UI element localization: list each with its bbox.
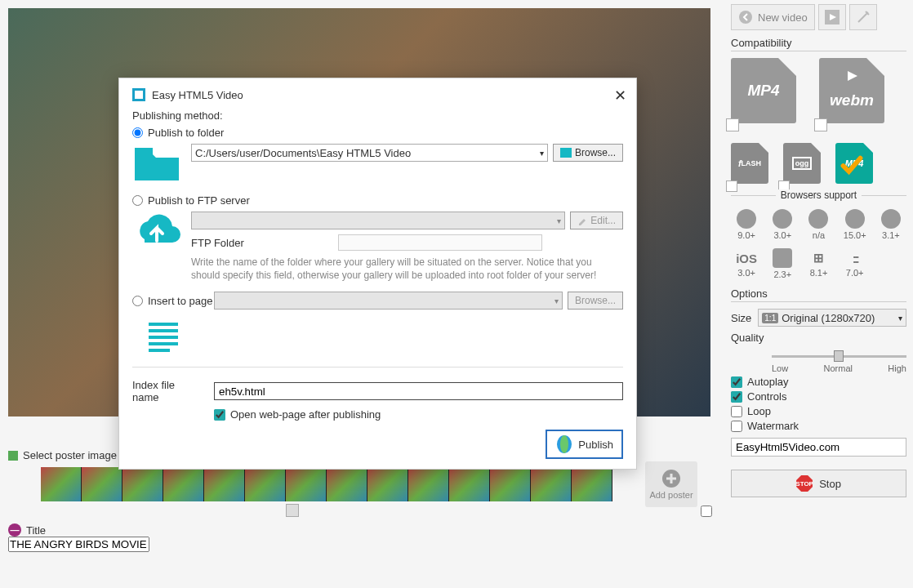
ftp-folder-input [338,234,542,251]
size-ratio-badge: 1:1 [762,313,778,323]
ftp-hint: Write the name of the folder where your … [191,256,623,282]
select-poster-label: Select poster image [23,449,117,461]
browse-page-button: Browse... [568,292,623,310]
svg-point-11 [560,435,568,453]
svg-rect-2 [135,91,143,99]
svg-point-12 [739,11,752,24]
format-mp4-checkbox[interactable] [726,118,739,131]
watermark-checkbox[interactable]: Watermark [731,420,906,432]
blackberry-icon: ::: [840,248,871,268]
publishing-method-label: Publishing method: [132,109,623,122]
index-file-label: Index file name [132,379,204,403]
radio-insert-page[interactable]: Insert to page [132,295,213,307]
dialog-title: Easy HTML5 Video [152,89,243,101]
safari-icon [808,209,828,229]
chevron-down-icon: ▾ [557,216,561,225]
opera-icon [845,209,865,229]
format-mp4low[interactable]: MP4 [835,143,873,189]
folder-icon [132,144,181,185]
browsers-heading: Browsers support [731,195,906,209]
pencil-icon [577,216,587,225]
wand-icon [856,10,871,24]
stop-button[interactable]: STOP Stop [731,470,906,497]
new-video-button[interactable]: New video [731,4,815,30]
app-icon [132,88,145,101]
browser-support-grid: 9.0+ 3.0+ n/a 15.0+ 3.1+ iOS3.0+ 2.3+ ⊞8… [731,209,906,279]
generic-browser-icon [881,209,901,229]
film-play-icon [825,10,840,24]
chevron-down-icon[interactable]: ▾ [540,149,544,158]
publish-button[interactable]: Publish [546,430,623,459]
options-heading: Options [731,287,906,302]
browse-folder-button[interactable]: Browse... [553,144,623,162]
publish-dialog: Easy HTML5 Video ✕ Publishing method: Pu… [118,78,637,470]
android-icon [773,248,792,268]
ftp-server-combo: ▾ [191,212,565,229]
edit-button[interactable] [849,4,877,30]
format-ogg[interactable]: ogg [783,143,821,189]
close-icon[interactable]: ✕ [614,87,626,105]
add-poster-label: Add poster [649,490,693,500]
insert-page-combo: ▾ [214,292,563,310]
format-flash-checkbox[interactable] [726,180,737,192]
title-input[interactable] [8,537,149,552]
folder-small-icon [560,148,572,158]
svg-rect-4 [560,148,572,158]
format-webm[interactable]: webm [819,58,884,128]
arrow-left-icon [738,10,753,24]
chrome-icon [773,209,792,229]
remove-title-icon[interactable]: — [8,523,21,537]
open-after-checkbox[interactable]: Open web-page after publishing [214,408,623,421]
poster-slider-thumb[interactable] [286,504,299,517]
poster-slider[interactable] [41,507,621,515]
play-icon [845,69,858,82]
autoplay-checkbox[interactable]: Autoplay [731,376,906,388]
quality-slider[interactable] [772,349,906,363]
format-flash[interactable]: fLASH [731,143,768,189]
stop-icon: STOP [796,475,813,492]
size-label: Size [731,312,751,324]
radio-publish-folder[interactable]: Publish to folder [132,127,623,139]
quality-label: Quality [731,332,764,344]
chevron-down-icon[interactable]: ▾ [898,314,902,323]
chevron-down-icon: ▾ [554,296,559,305]
poster-thumbnails[interactable] [41,467,612,501]
loop-checkbox[interactable]: Loop [731,405,906,417]
folder-path-combo[interactable]: C:/Users/user/Documents\Easy HTML5 Video… [191,144,548,162]
poster-toggle[interactable] [701,506,712,517]
compatibility-heading: Compatibility [731,37,906,51]
edit-ftp-button: Edit... [570,212,623,229]
quality-thumb[interactable] [834,350,844,362]
add-poster-button[interactable]: Add poster [645,461,697,507]
controls-checkbox[interactable]: Controls [731,390,906,403]
format-webm-checkbox[interactable] [814,118,827,131]
title-label: Title [26,524,46,537]
page-lines-icon [139,318,188,359]
ios-icon: iOS [731,248,762,268]
index-file-input[interactable] [214,382,623,400]
svg-rect-3 [135,148,153,156]
size-combo[interactable]: 1:1 Original (1280x720) ▾ [758,309,906,327]
ie-icon [737,209,756,229]
windows-icon: ⊞ [803,248,834,268]
publish-icon [555,434,573,454]
poster-indicator-icon [8,451,18,461]
checkmark-icon [840,154,863,177]
ftp-folder-label: FTP Folder [191,237,330,249]
radio-publish-ftp[interactable]: Publish to FTP server [132,194,623,207]
cloud-upload-icon [132,212,181,252]
format-mp4[interactable]: MP4 [731,58,796,128]
watermark-input[interactable] [731,438,906,457]
play-button[interactable] [818,4,846,30]
